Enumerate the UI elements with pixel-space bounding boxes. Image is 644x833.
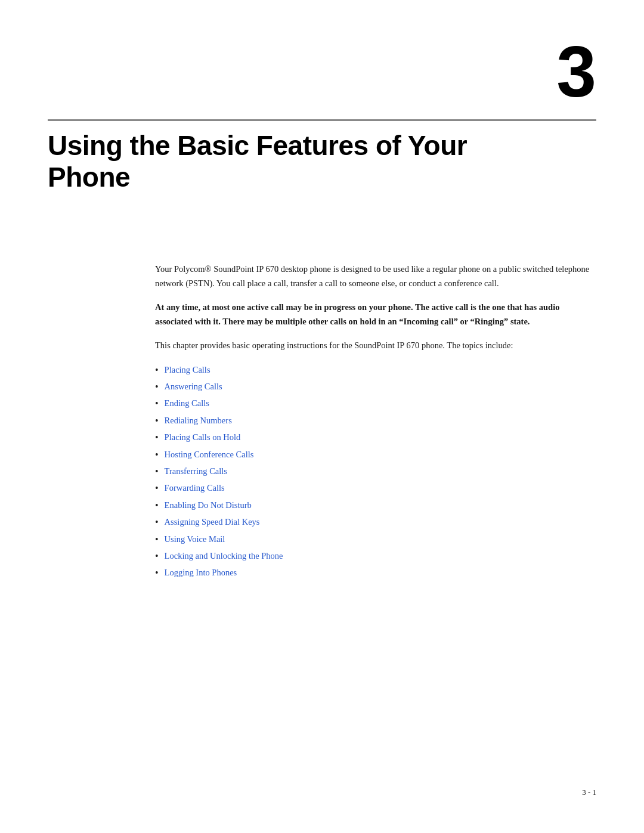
chapter-title: Using the Basic Features of Your Phone [48,130,596,193]
bullet-icon: • [155,550,159,563]
content-area: Your Polycom® SoundPoint IP 670 desktop … [155,262,596,584]
bullet-icon: • [155,482,159,495]
bullet-icon: • [155,380,159,394]
topic-link-6[interactable]: Transferring Calls [165,465,227,478]
list-item: •Forwarding Calls [155,482,596,495]
list-item: •Locking and Unlocking the Phone [155,550,596,563]
list-item: •Redialing Numbers [155,414,596,428]
topic-link-8[interactable]: Enabling Do Not Disturb [165,499,252,512]
topic-link-10[interactable]: Using Voice Mail [165,533,225,546]
bullet-icon: • [155,566,159,580]
bullet-icon: • [155,448,159,462]
topic-link-11[interactable]: Locking and Unlocking the Phone [165,550,283,563]
bullet-icon: • [155,397,159,410]
list-item: •Enabling Do Not Disturb [155,499,596,512]
topics-intro-paragraph: This chapter provides basic operating in… [155,339,596,353]
topic-link-2[interactable]: Ending Calls [165,397,209,410]
bullet-icon: • [155,364,159,377]
chapter-title-area: Using the Basic Features of Your Phone [48,130,596,193]
bullet-icon: • [155,516,159,529]
topic-link-7[interactable]: Forwarding Calls [165,482,225,495]
list-item: •Answering Calls [155,380,596,394]
topics-list: •Placing Calls•Answering Calls•Ending Ca… [155,364,596,580]
bullet-icon: • [155,499,159,512]
list-item: •Transferring Calls [155,465,596,478]
topic-link-3[interactable]: Redialing Numbers [165,414,232,428]
topic-link-9[interactable]: Assigning Speed Dial Keys [165,516,260,529]
list-item: •Assigning Speed Dial Keys [155,516,596,529]
list-item: •Ending Calls [155,397,596,410]
bullet-icon: • [155,533,159,546]
chapter-number: 3 [556,36,596,107]
bullet-icon: • [155,414,159,428]
topic-link-12[interactable]: Logging Into Phones [165,566,237,580]
list-item: •Logging Into Phones [155,566,596,580]
bullet-icon: • [155,431,159,444]
topic-link-1[interactable]: Answering Calls [165,380,222,394]
page-number: 3 - 1 [582,788,596,797]
intro-paragraph-2: At any time, at most one active call may… [155,301,596,329]
chapter-title-line1: Using the Basic Features of Your [48,130,467,161]
horizontal-rule [48,119,596,121]
list-item: •Placing Calls [155,364,596,377]
list-item: •Hosting Conference Calls [155,448,596,462]
intro-paragraph-1: Your Polycom® SoundPoint IP 670 desktop … [155,262,596,291]
chapter-title-line2: Phone [48,162,130,193]
bullet-icon: • [155,465,159,478]
list-item: •Using Voice Mail [155,533,596,546]
topic-link-5[interactable]: Hosting Conference Calls [165,448,254,462]
topic-link-0[interactable]: Placing Calls [165,364,210,377]
page-container: 3 Using the Basic Features of Your Phone… [0,0,644,833]
topic-link-4[interactable]: Placing Calls on Hold [165,431,241,444]
list-item: •Placing Calls on Hold [155,431,596,444]
